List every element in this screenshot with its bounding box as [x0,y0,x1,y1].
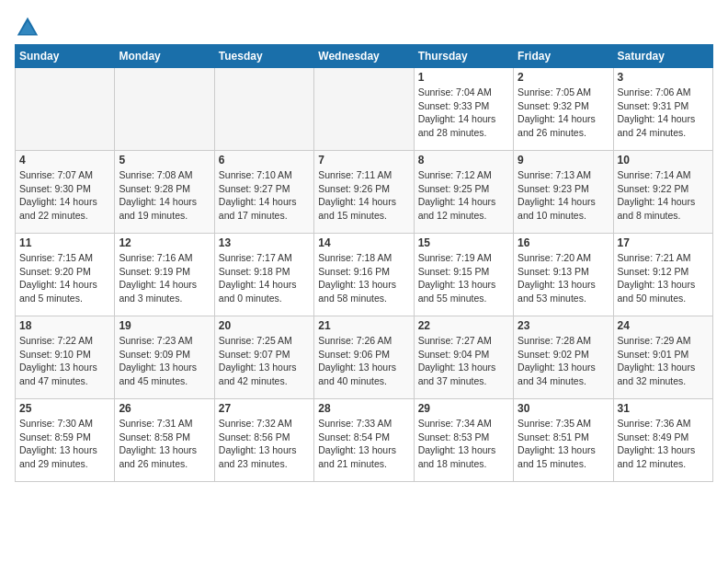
day-cell: 27Sunrise: 7:32 AM Sunset: 8:56 PM Dayli… [214,399,313,482]
day-number: 28 [318,402,409,415]
day-info: Sunrise: 7:26 AM Sunset: 9:06 PM Dayligh… [318,334,409,388]
logo-icon [15,15,40,40]
day-info: Sunrise: 7:06 AM Sunset: 9:31 PM Dayligh… [618,86,709,140]
day-number: 21 [318,319,409,332]
day-number: 30 [518,402,609,415]
day-cell: 15Sunrise: 7:19 AM Sunset: 9:15 PM Dayli… [414,234,513,316]
day-info: Sunrise: 7:34 AM Sunset: 8:53 PM Dayligh… [418,417,509,471]
day-number: 14 [318,236,409,249]
day-info: Sunrise: 7:05 AM Sunset: 9:32 PM Dayligh… [518,86,609,140]
day-number: 10 [618,154,709,167]
day-number: 15 [418,236,509,249]
day-number: 3 [618,71,709,84]
day-info: Sunrise: 7:23 AM Sunset: 9:09 PM Dayligh… [119,334,210,388]
day-info: Sunrise: 7:17 AM Sunset: 9:18 PM Dayligh… [219,251,310,305]
day-number: 1 [418,71,509,84]
day-number: 19 [119,319,210,332]
week-row-3: 11Sunrise: 7:15 AM Sunset: 9:20 PM Dayli… [16,234,713,316]
day-number: 12 [119,236,210,249]
day-cell: 13Sunrise: 7:17 AM Sunset: 9:18 PM Dayli… [214,234,313,316]
logo [15,15,44,40]
day-number: 5 [119,154,210,167]
day-cell: 17Sunrise: 7:21 AM Sunset: 9:12 PM Dayli… [613,234,712,316]
day-cell: 23Sunrise: 7:28 AM Sunset: 9:02 PM Dayli… [514,316,613,399]
day-cell [115,68,214,151]
day-cell: 31Sunrise: 7:36 AM Sunset: 8:49 PM Dayli… [613,399,712,482]
header-wednesday: Wednesday [314,45,414,68]
day-info: Sunrise: 7:20 AM Sunset: 9:13 PM Dayligh… [518,251,609,305]
week-row-2: 4Sunrise: 7:07 AM Sunset: 9:30 PM Daylig… [16,151,713,234]
day-info: Sunrise: 7:29 AM Sunset: 9:01 PM Dayligh… [618,334,709,388]
day-number: 29 [418,402,509,415]
day-cell: 29Sunrise: 7:34 AM Sunset: 8:53 PM Dayli… [414,399,513,482]
header-saturday: Saturday [613,45,712,68]
day-number: 26 [119,402,210,415]
day-info: Sunrise: 7:25 AM Sunset: 9:07 PM Dayligh… [219,334,310,388]
day-number: 17 [618,236,709,249]
header-monday: Monday [115,45,214,68]
calendar-table: SundayMondayTuesdayWednesdayThursdayFrid… [15,44,713,482]
day-info: Sunrise: 7:16 AM Sunset: 9:19 PM Dayligh… [119,251,210,305]
header-thursday: Thursday [414,45,513,68]
day-info: Sunrise: 7:36 AM Sunset: 8:49 PM Dayligh… [618,417,709,471]
day-info: Sunrise: 7:28 AM Sunset: 9:02 PM Dayligh… [518,334,609,388]
day-cell: 5Sunrise: 7:08 AM Sunset: 9:28 PM Daylig… [115,151,214,234]
day-number: 7 [318,154,409,167]
day-info: Sunrise: 7:30 AM Sunset: 8:59 PM Dayligh… [19,417,110,471]
day-info: Sunrise: 7:18 AM Sunset: 9:16 PM Dayligh… [318,251,409,305]
day-number: 11 [19,236,110,249]
day-cell: 12Sunrise: 7:16 AM Sunset: 9:19 PM Dayli… [115,234,214,316]
day-cell [214,68,313,151]
day-info: Sunrise: 7:11 AM Sunset: 9:26 PM Dayligh… [318,168,409,223]
week-row-4: 18Sunrise: 7:22 AM Sunset: 9:10 PM Dayli… [16,316,713,399]
day-number: 6 [219,154,310,167]
header-tuesday: Tuesday [214,45,313,68]
day-number: 22 [418,319,509,332]
week-row-1: 1Sunrise: 7:04 AM Sunset: 9:33 PM Daylig… [16,68,713,151]
header-friday: Friday [514,45,613,68]
day-number: 2 [518,71,609,84]
day-number: 9 [518,154,609,167]
day-number: 27 [219,402,310,415]
day-cell: 20Sunrise: 7:25 AM Sunset: 9:07 PM Dayli… [214,316,313,399]
day-info: Sunrise: 7:32 AM Sunset: 8:56 PM Dayligh… [219,417,310,471]
day-info: Sunrise: 7:21 AM Sunset: 9:12 PM Dayligh… [618,251,709,305]
day-cell: 8Sunrise: 7:12 AM Sunset: 9:25 PM Daylig… [414,151,513,234]
day-cell [16,68,115,151]
day-cell: 10Sunrise: 7:14 AM Sunset: 9:22 PM Dayli… [613,151,712,234]
day-cell: 3Sunrise: 7:06 AM Sunset: 9:31 PM Daylig… [613,68,712,151]
day-number: 31 [618,402,709,415]
day-cell: 11Sunrise: 7:15 AM Sunset: 9:20 PM Dayli… [16,234,115,316]
day-cell: 26Sunrise: 7:31 AM Sunset: 8:58 PM Dayli… [115,399,214,482]
day-number: 4 [19,154,110,167]
day-cell: 28Sunrise: 7:33 AM Sunset: 8:54 PM Dayli… [314,399,414,482]
header-sunday: Sunday [16,45,115,68]
day-cell: 7Sunrise: 7:11 AM Sunset: 9:26 PM Daylig… [314,151,414,234]
week-row-5: 25Sunrise: 7:30 AM Sunset: 8:59 PM Dayli… [16,399,713,482]
day-cell: 22Sunrise: 7:27 AM Sunset: 9:04 PM Dayli… [414,316,513,399]
day-cell: 2Sunrise: 7:05 AM Sunset: 9:32 PM Daylig… [514,68,613,151]
day-number: 16 [518,236,609,249]
day-cell: 4Sunrise: 7:07 AM Sunset: 9:30 PM Daylig… [16,151,115,234]
day-number: 23 [518,319,609,332]
day-cell: 6Sunrise: 7:10 AM Sunset: 9:27 PM Daylig… [214,151,313,234]
day-info: Sunrise: 7:35 AM Sunset: 8:51 PM Dayligh… [518,417,609,471]
day-info: Sunrise: 7:10 AM Sunset: 9:27 PM Dayligh… [219,168,310,223]
day-number: 20 [219,319,310,332]
day-info: Sunrise: 7:19 AM Sunset: 9:15 PM Dayligh… [418,251,509,305]
day-number: 8 [418,154,509,167]
day-info: Sunrise: 7:31 AM Sunset: 8:58 PM Dayligh… [119,417,210,471]
day-info: Sunrise: 7:27 AM Sunset: 9:04 PM Dayligh… [418,334,509,388]
day-cell [314,68,414,151]
day-info: Sunrise: 7:12 AM Sunset: 9:25 PM Dayligh… [418,168,509,223]
day-number: 24 [618,319,709,332]
day-number: 18 [19,319,110,332]
page-header [15,15,713,40]
day-cell: 16Sunrise: 7:20 AM Sunset: 9:13 PM Dayli… [514,234,613,316]
day-cell: 14Sunrise: 7:18 AM Sunset: 9:16 PM Dayli… [314,234,414,316]
day-number: 25 [19,402,110,415]
day-info: Sunrise: 7:22 AM Sunset: 9:10 PM Dayligh… [19,334,110,388]
header-row: SundayMondayTuesdayWednesdayThursdayFrid… [16,45,713,68]
day-info: Sunrise: 7:13 AM Sunset: 9:23 PM Dayligh… [518,168,609,223]
day-info: Sunrise: 7:33 AM Sunset: 8:54 PM Dayligh… [318,417,409,471]
